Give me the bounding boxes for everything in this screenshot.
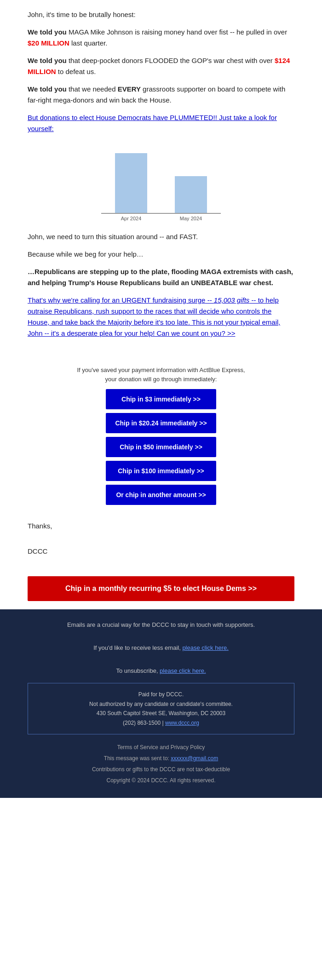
text-1: MAGA Mike Johnson is raising money hand … [67, 28, 287, 36]
link1[interactable]: But donations to elect House Democrats h… [28, 112, 294, 134]
footer-unsub-prefix: To unsubscribe, [116, 667, 160, 674]
donate-btn-other[interactable]: Or chip in another amount >> [106, 485, 216, 505]
footer-box-line1: Paid for by DCCC. [35, 690, 287, 699]
link2[interactable]: That's why we're calling for an URGENT f… [28, 295, 294, 339]
footer-email[interactable]: xxxxxx@gmail.com [171, 755, 218, 762]
bold-prefix-3: We told you [28, 85, 67, 93]
footer-not-deductible: Contributions or gifts to the DCCC are n… [28, 764, 294, 775]
footer-less-link[interactable]: please click here. [182, 644, 228, 651]
footer-less-prefix: If you'd like to receive less email, [93, 644, 182, 651]
chart-section: Apr 2024 May 2024 [28, 143, 294, 223]
bold-prefix-2: We told you [28, 57, 67, 64]
thanks-line: Thanks, [28, 521, 294, 532]
footer-misc: Terms of Service and Privacy Policy This… [28, 742, 294, 793]
footer: Emails are a crucial way for the DCCC to… [0, 609, 322, 798]
paragraph-6: …Republicans are stepping up to the plat… [28, 266, 294, 288]
label-apr: Apr 2024 [115, 216, 147, 221]
footer-sent-to: This message was sent to: xxxxxx@gmail.c… [28, 753, 294, 764]
text-2: that deep-pocket donors FLOODED the GOP'… [67, 57, 275, 64]
bold-paragraph-6: …Republicans are stepping up to the plat… [28, 268, 293, 287]
text-3: that we needed [67, 85, 118, 93]
donate-btn-2[interactable]: Chip in $20.24 immediately >> [106, 413, 216, 433]
footer-unsub-link[interactable]: please click here. [160, 667, 206, 674]
footer-box-line3: 430 South Capitol Street SE, Washington,… [35, 709, 287, 718]
bar-apr [115, 153, 147, 213]
bar-may [175, 176, 207, 213]
footer-line1: Emails are a crucial way for the DCCC to… [28, 620, 294, 630]
footer-tos: Terms of Service and Privacy Policy [28, 742, 294, 753]
footer-box-line2: Not authorized by any candidate or candi… [35, 699, 287, 709]
urgent-link-prefix: That's why we're calling for an URGENT f… [28, 296, 281, 337]
suffix-2: to defeat us. [56, 68, 96, 75]
donate-btn-3[interactable]: Chip in $50 immediately >> [106, 437, 216, 457]
label-may: May 2024 [175, 216, 207, 221]
footer-dccc-link[interactable]: www.dccc.org [165, 720, 199, 726]
urgent-link[interactable]: That's why we're calling for an URGENT f… [28, 296, 281, 337]
footer-line3: To unsubscribe, please click here. [28, 666, 294, 676]
chart-labels: Apr 2024 May 2024 [101, 216, 221, 221]
highlight-every: EVERY [118, 85, 141, 93]
paragraph-1: We told you MAGA Mike Johnson is raising… [28, 27, 294, 49]
highlight-1: $20 MILLION [28, 39, 69, 47]
footer-phone: (202) 863-1500 | [123, 720, 165, 726]
monthly-btn-wrap: Chip in a monthly recurring $5 to elect … [28, 576, 294, 601]
thanks-section: Thanks, DCCC [0, 516, 322, 568]
donations-link[interactable]: But donations to elect House Democrats h… [28, 114, 277, 132]
footer-line2: If you'd like to receive less email, ple… [28, 643, 294, 653]
paragraph-4: John, we need to turn this situation aro… [28, 231, 294, 242]
chart-bars [101, 143, 221, 214]
donate-btn-4[interactable]: Chip in $100 immediately >> [106, 461, 216, 481]
org-line: DCCC [28, 546, 294, 557]
bold-prefix-1: We told you [28, 28, 67, 36]
paragraph-5: Because while we beg for your help… [28, 249, 294, 260]
donation-section: If you've saved your payment information… [0, 366, 322, 505]
paragraph-3: We told you that we needed EVERY grassro… [28, 84, 294, 106]
footer-box: Paid for by DCCC. Not authorized by any … [28, 683, 294, 734]
greeting: John, it's time to be brutally honest: [28, 9, 294, 20]
footer-sent-prefix: This message was sent to: [104, 755, 171, 762]
footer-copyright: Copyright © 2024 DCCC. All rights reserv… [28, 775, 294, 786]
bar-chart: Apr 2024 May 2024 [101, 143, 221, 223]
paragraph-2: We told you that deep-pocket donors FLOO… [28, 55, 294, 77]
actblue-note: If you've saved your payment information… [0, 366, 322, 384]
donate-btn-1[interactable]: Chip in $3 immediately >> [106, 389, 216, 409]
suffix-1: last quarter. [69, 39, 108, 47]
footer-box-line4: (202) 863-1500 | www.dccc.org [35, 718, 287, 728]
monthly-btn[interactable]: Chip in a monthly recurring $5 to elect … [28, 576, 294, 601]
